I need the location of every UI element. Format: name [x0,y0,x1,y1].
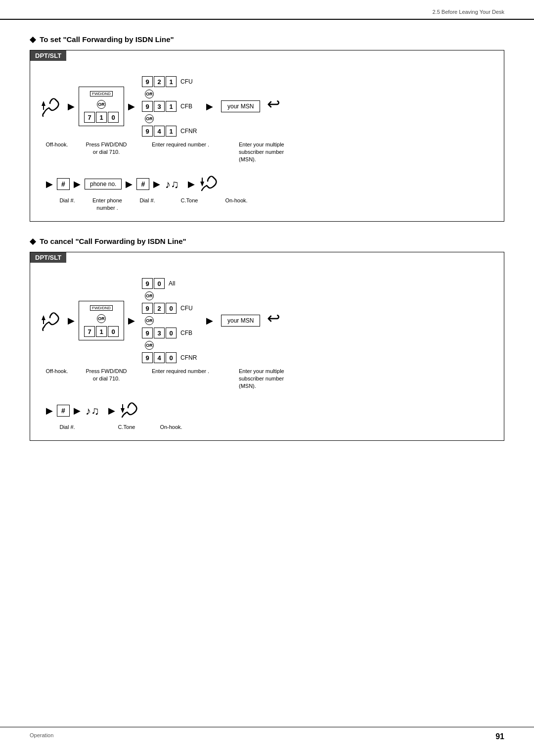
curved-arrow-2: ↩ [267,309,280,328]
section1-row2-labels: Dial #. Enter phone number . Dial #. C.T… [40,196,494,211]
label-ctone-1: C.Tone [170,196,209,211]
num-entry-group-2: 9 0 All OR 9 2 0 CFU OR [142,278,198,363]
label-dial-hash-2: Dial #. [135,196,160,211]
fwd-dnd-inner-2: FWD/DND OR 7 1 0 [79,301,124,341]
label-dial-hash-1: Dial #. [55,196,80,211]
label-enter-2: Enter required number . [141,367,220,375]
page-footer: Operation 91 [0,727,534,741]
fwd-dnd-group-1: FWD/DND OR 7 1 0 [79,87,124,127]
fwd-dnd-group-2: FWD/DND OR 7 1 0 [79,301,124,341]
key-1-b: 1 [166,101,177,112]
label-enter-phone-1: Enter phone number . [88,196,127,211]
section1-diagram: DPT/SLT ▶ F [30,50,504,222]
arrow-4: ▶ [46,179,53,189]
num-entry-group-1: 9 2 1 CFU OR 9 3 1 CFB [142,76,198,137]
key-1-2: 1 [96,326,107,337]
footer-operation: Operation [30,732,53,741]
section2-row2: ▶ # ▶ ♪♫ ▶ [40,401,494,420]
label-msn-2: Enter your multiple subscriber number (M… [239,367,298,389]
key-9-f: 9 [142,328,153,338]
key-4-a: 4 [154,126,165,137]
offhook-phone-2 [40,310,64,331]
or-circle-2: OR [145,90,154,98]
all-label: All [169,280,186,287]
diamond-icon: ◆ [30,35,36,44]
section1-row1: ▶ FWD/DND OR 7 1 0 ▶ [40,76,494,137]
key-7-1: 7 [84,112,95,123]
arrow-1: ▶ [68,101,75,112]
label-offhook-2: Off-hook. [42,367,72,375]
key-9-a: 9 [142,76,153,87]
label-msn-1: Enter your multiple subscriber number (M… [239,141,298,163]
section2-row1-labels: Off-hook. Press FWD/DND or dial 710. Ent… [40,367,494,389]
arrow-9: ▶ [68,315,75,326]
music-icon-2: ♪♫ [85,403,104,419]
label-press-2: Press FWD/DND or dial 710. [82,367,131,382]
msn-box-2: your MSN [221,315,260,327]
num-row-920: 9 2 0 CFU [142,303,198,314]
phone-no-box-1: phone no. [85,179,122,189]
key-9-b: 9 [142,101,153,112]
section2-diagram: DPT/SLT ▶ FWD/DND OR [30,252,504,441]
label-dial-hash-3: Dial #. [55,423,80,430]
key-1-a: 1 [166,76,177,87]
page-content: ◆ To set "Call Forwarding by ISDN Line" … [0,20,534,475]
hash-key-3: # [57,405,70,417]
label-offhook-1: Off-hook. [42,141,72,148]
num-row-930: 9 3 0 CFB [142,328,198,338]
or-circle-7: OR [145,341,154,350]
cfnr-label: CFNR [180,128,198,135]
key-9-e: 9 [142,303,153,314]
ctone-icon-2: ♪♫ [85,403,104,419]
msn-box-1: your MSN [221,100,260,112]
offhook-icon-1 [40,96,64,117]
section-label: 2.5 Before Leaving Your Desk [432,9,504,15]
arrow-6: ▶ [126,179,133,189]
fwd-dnd-inner-1: FWD/DND OR 7 1 0 [79,87,124,127]
cfb-label: CFB [180,103,198,110]
or-row-4: OR [142,315,198,326]
fwd-dnd-top-1: FWD/DND [90,91,113,97]
hash-key-2: # [136,178,149,190]
label-press-1: Press FWD/DND or dial 710. [82,141,131,155]
label-enter-1: Enter required number . [141,141,220,148]
arrow-12: ▶ [46,405,53,416]
section1-title: ◆ To set "Call Forwarding by ISDN Line" [30,35,504,44]
arrow-10: ▶ [128,315,135,326]
key-7-2: 7 [84,326,95,337]
arrow-7: ▶ [153,179,160,189]
footer-page-number: 91 [495,732,504,741]
key-4-g: 4 [154,352,165,363]
offhook-icon-2 [40,310,64,331]
key-2-a: 2 [154,76,165,87]
diamond-icon-2: ◆ [30,237,36,245]
num-row-940: 9 4 0 CFNR [142,352,198,363]
arrow-5: ▶ [74,179,81,189]
num-row-941: 9 4 1 CFNR [142,126,198,137]
label-onhook-1: On-hook. [219,196,254,211]
cfb-label-2: CFB [180,330,198,336]
dpt-slt-label-1: DPT/SLT [30,50,66,61]
arrow-2: ▶ [128,101,135,112]
onhook-icon-1 [199,175,221,193]
or-row-3: OR [142,290,198,301]
page-header: 2.5 Before Leaving Your Desk [0,0,534,20]
section2-row2-labels: Dial #. C.Tone On-hook. [40,423,494,430]
key-3-f: 3 [154,328,165,338]
num-row-931: 9 3 1 CFB [142,101,198,112]
section1-row2: ▶ # ▶ phone no. ▶ # ▶ ♪♫ [40,175,494,193]
key-0-g: 0 [166,352,177,363]
or-row-2: OR [142,113,198,124]
ctone-icon-1: ♪♫ [164,176,184,192]
or-circle-6: OR [145,316,154,325]
key-1-1: 1 [96,112,107,123]
svg-text:♪♫: ♪♫ [165,178,179,190]
cfu-label-2: CFU [180,305,198,312]
arrow-8: ▶ [188,179,195,189]
num-row-90: 9 0 All [142,278,198,289]
curved-arrow-1: ↩ [267,94,280,113]
key-0-d: 0 [154,278,165,289]
arrow-11: ▶ [206,315,213,326]
arrow-14: ▶ [108,405,115,416]
section1-row1-labels: Off-hook. Press FWD/DND or dial 710. Ent… [40,141,494,163]
